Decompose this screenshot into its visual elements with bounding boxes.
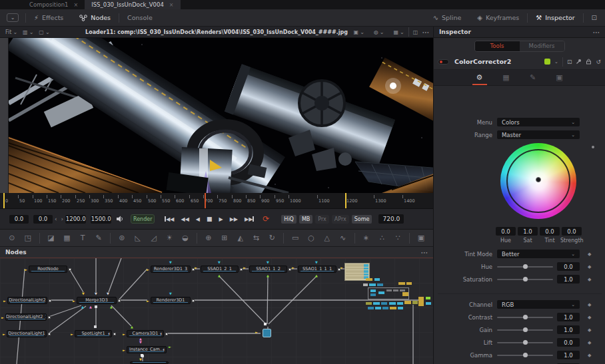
viewer-panel[interactable] bbox=[0, 38, 433, 193]
fast-reverse-button[interactable]: ◀◀ bbox=[181, 216, 189, 222]
colorcurves-tool-icon[interactable]: ◺ bbox=[133, 233, 143, 244]
fit-dropdown[interactable]: Fit ⌄ bbox=[5, 29, 17, 35]
node-output-port[interactable] bbox=[118, 299, 121, 302]
render-button[interactable]: Render bbox=[131, 214, 155, 224]
viewer-menu-dots[interactable]: ••• bbox=[422, 30, 429, 35]
roi-dropdown[interactable]: ▣⌄ bbox=[354, 29, 364, 35]
goto-start-button[interactable]: ◀◀ bbox=[165, 216, 174, 222]
playhead[interactable] bbox=[205, 193, 206, 209]
node-input-port[interactable]: ► bbox=[123, 332, 125, 336]
node-output-port[interactable] bbox=[48, 316, 51, 319]
channelbooleans-tool-icon[interactable]: ⊞ bbox=[219, 233, 230, 244]
node-port-marker[interactable]: ► bbox=[292, 266, 295, 270]
node-output-port[interactable] bbox=[240, 268, 243, 271]
distant-node[interactable] bbox=[426, 297, 430, 299]
effects-button[interactable]: ⚡ Effects bbox=[26, 9, 71, 26]
mb-button[interactable]: MB bbox=[299, 215, 312, 224]
node-port-marker[interactable]: ▼ bbox=[107, 292, 109, 295]
distant-node[interactable] bbox=[366, 302, 372, 305]
current-frame-field[interactable]: 720.0 bbox=[378, 214, 404, 224]
timeline-ruler[interactable]: 0501001502002503003504004505005506006507… bbox=[0, 193, 433, 209]
selected-node[interactable] bbox=[263, 329, 271, 337]
distant-node[interactable] bbox=[370, 289, 376, 292]
node-directionallight1[interactable]: DirectionalLight1► bbox=[7, 330, 47, 337]
hiq-button[interactable]: HiQ bbox=[281, 215, 297, 224]
slider-thumb[interactable] bbox=[523, 264, 528, 269]
distant-node[interactable] bbox=[374, 278, 380, 281]
grid-options-dropdown[interactable]: ▦⌄ bbox=[394, 29, 404, 35]
node-port-marker[interactable]: ▼ bbox=[169, 261, 172, 264]
pin-icon[interactable] bbox=[576, 59, 582, 65]
keyframe-diamond[interactable]: ◆ bbox=[588, 353, 591, 358]
keyframes-button[interactable]: ◈ Keyframes bbox=[469, 9, 527, 26]
node-output-port[interactable] bbox=[192, 299, 195, 302]
some-button[interactable]: Some bbox=[352, 215, 372, 224]
node-camera3d1[interactable]: Camera3D1►◖ bbox=[127, 330, 164, 337]
distant-node[interactable] bbox=[373, 302, 380, 305]
node-renderer3d1-3[interactable]: Renderer3D1_3► bbox=[151, 266, 191, 273]
resize-tool-icon[interactable]: ⇆ bbox=[251, 233, 262, 244]
partial-node[interactable] bbox=[130, 361, 169, 364]
node-instance-cam[interactable]: Instance_Cam...►◖ bbox=[127, 346, 167, 353]
node-rootnode[interactable]: RootNode► bbox=[29, 266, 67, 273]
distant-node[interactable] bbox=[377, 283, 383, 286]
node-renderer3d1[interactable]: Renderer3D1► bbox=[151, 297, 191, 304]
global-start-field[interactable]: 0.0 bbox=[9, 215, 29, 224]
distant-node[interactable] bbox=[370, 293, 376, 296]
hue-value-field[interactable]: 0.0 bbox=[557, 262, 580, 271]
pmerge-tool-icon[interactable]: ∴ bbox=[376, 233, 387, 244]
loader-tool-icon[interactable]: ◪ bbox=[46, 233, 57, 244]
color-wheel-picker-dot[interactable] bbox=[536, 177, 541, 182]
nodes-button[interactable]: Nodes bbox=[71, 9, 119, 26]
distant-node[interactable] bbox=[393, 289, 398, 291]
tab-composition1[interactable]: Composition1 × bbox=[23, 0, 85, 9]
node-port-marker[interactable]: ▼ bbox=[169, 292, 172, 295]
node-output-port[interactable] bbox=[165, 333, 168, 335]
node-color-swatch[interactable] bbox=[544, 59, 550, 65]
node-port-marker[interactable]: ► bbox=[243, 266, 246, 270]
node-spotlight1[interactable]: SpotLight1►◖ bbox=[75, 330, 112, 337]
contrast-slider[interactable] bbox=[497, 317, 553, 318]
gamma-value-field[interactable]: 1.0 bbox=[557, 351, 580, 359]
brightness-tool-icon[interactable]: ☀ bbox=[164, 233, 175, 244]
slider-thumb[interactable] bbox=[523, 277, 528, 281]
distant-node[interactable] bbox=[412, 301, 418, 304]
goto-end-button[interactable]: ▶▶ bbox=[245, 216, 254, 222]
background-tool-icon[interactable]: ▦ bbox=[61, 233, 72, 244]
select-tool-icon[interactable]: ⊙ bbox=[7, 233, 17, 244]
inspector-button[interactable]: ⚒ Inspector bbox=[528, 9, 582, 26]
node-output-port[interactable] bbox=[289, 268, 291, 271]
distant-node[interactable] bbox=[397, 302, 403, 305]
render-start-field[interactable]: 0.0 bbox=[33, 215, 53, 224]
settings-tab-icon[interactable]: ▣ bbox=[552, 73, 567, 82]
slider-thumb[interactable] bbox=[523, 340, 528, 345]
lift-value-field[interactable]: 0.0 bbox=[557, 338, 580, 347]
slider-thumb[interactable] bbox=[523, 315, 528, 319]
lock-icon[interactable] bbox=[586, 59, 592, 65]
distant-node[interactable] bbox=[369, 283, 376, 286]
range-dropdown[interactable]: Master⌄ bbox=[497, 130, 580, 139]
node-input-port[interactable]: ► bbox=[3, 332, 5, 336]
bspline-mask-tool-icon[interactable]: ∿ bbox=[338, 233, 348, 244]
node-input-port[interactable]: ► bbox=[1, 315, 4, 319]
node-ssao1-1-1-1[interactable]: SSAO1_1_1_1 bbox=[298, 266, 336, 273]
close-icon[interactable]: × bbox=[74, 2, 79, 8]
node-port-marker[interactable] bbox=[95, 305, 97, 308]
options-tab-icon[interactable]: ✎ bbox=[526, 73, 540, 82]
node-port-marker[interactable]: ▼ bbox=[267, 261, 269, 264]
tint-mode-dropdown[interactable]: Better⌄ bbox=[497, 250, 580, 258]
node-output-port[interactable] bbox=[49, 299, 51, 302]
slider-thumb[interactable] bbox=[523, 327, 528, 332]
close-icon[interactable]: × bbox=[169, 2, 174, 8]
polygon-mask-tool-icon[interactable]: △ bbox=[322, 233, 332, 244]
keyframe-diamond[interactable]: ◆ bbox=[588, 340, 591, 345]
gain-slider[interactable] bbox=[497, 329, 553, 331]
collapse-toolbar-button[interactable]: ⌄ bbox=[7, 13, 19, 22]
distant-node[interactable] bbox=[389, 302, 396, 305]
node-port-marker[interactable]: ▼ bbox=[95, 292, 97, 295]
distant-node[interactable] bbox=[381, 302, 387, 305]
console-button[interactable]: Console bbox=[119, 9, 161, 26]
node-output-port[interactable] bbox=[69, 268, 71, 271]
keyframe-diamond[interactable]: ◆ bbox=[588, 252, 591, 257]
lift-slider[interactable] bbox=[497, 342, 553, 343]
